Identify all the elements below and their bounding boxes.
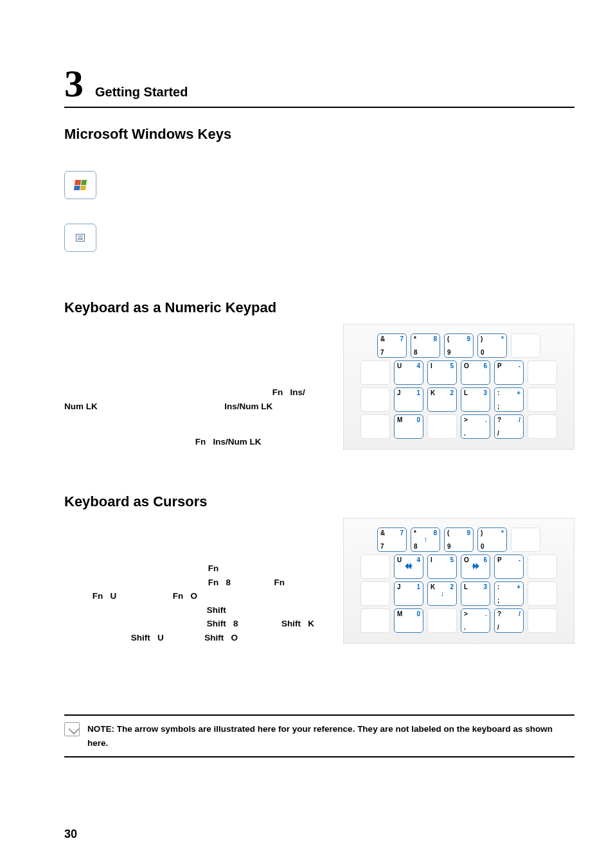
cur-shiftka: Shift bbox=[281, 619, 301, 628]
note-icon bbox=[64, 722, 80, 736]
cur-shiftua: Shift bbox=[131, 633, 150, 642]
chapter-header: 3 Getting Started bbox=[64, 64, 574, 103]
page-number: 30 bbox=[64, 828, 77, 841]
keypad-key-ghost bbox=[511, 333, 540, 358]
keypad-key: :+; bbox=[494, 387, 524, 412]
menu-key-row bbox=[64, 220, 574, 256]
keypad-key: *88 bbox=[411, 333, 440, 358]
arrow-icon: ↑ bbox=[423, 536, 427, 544]
keypad-key: P- bbox=[494, 554, 524, 579]
keypad-key: &77 bbox=[377, 333, 407, 358]
cursors-diagram: &77*88↑(99)*0U4⯬I5O6⯮P-J1K2↓L3:+;M0>..?/… bbox=[343, 518, 574, 644]
keypad-key-ghost bbox=[360, 554, 390, 579]
numkeypad-diagram: &77*88(99)*0U4I5O6P-J1K2L3:+;M0>..?// bbox=[343, 324, 574, 450]
keypad-key-ghost bbox=[360, 387, 390, 412]
cur-shiftoa: Shift bbox=[204, 633, 224, 642]
keypad-row: U4I5O6P- bbox=[349, 360, 569, 385]
kbd-token-numlk: Num LK bbox=[64, 402, 98, 411]
kbd-token-insnumlk2: Ins/Num LK bbox=[213, 437, 262, 447]
keypad-key-ghost bbox=[528, 581, 557, 606]
cur-shiftkb: K bbox=[308, 619, 314, 628]
menu-key-desc bbox=[111, 236, 574, 240]
numkeypad-paragraph: Fn Ins/ Num LK Ins/Num LK Fn Ins/Num LK bbox=[64, 328, 334, 449]
kbd-token-ins: Ins/ bbox=[290, 387, 305, 397]
cur-fnu-a: Fn bbox=[93, 591, 103, 601]
cur-fn: Fn bbox=[208, 563, 219, 573]
keypad-key: *88↑ bbox=[411, 527, 440, 552]
keypad-key-ghost bbox=[427, 414, 457, 439]
keypad-key: I5 bbox=[427, 554, 457, 579]
arrow-icon: ⯮ bbox=[472, 563, 479, 571]
numkeypad-block: &77*88(99)*0U4I5O6P-J1K2L3:+;M0>..?// Fn… bbox=[64, 328, 574, 475]
keypad-key: (99 bbox=[444, 333, 474, 358]
keypad-key: (99 bbox=[444, 527, 474, 552]
note-text: NOTE: The arrow symbols are illustrated … bbox=[87, 722, 574, 750]
cur-shift8a: Shift bbox=[207, 619, 226, 628]
keypad-key-ghost bbox=[528, 360, 557, 385]
keypad-row: M0>..?// bbox=[349, 608, 569, 633]
arrow-icon: ⯬ bbox=[405, 563, 413, 571]
keypad-key: ?// bbox=[494, 414, 524, 439]
keypad-key: >.. bbox=[461, 608, 490, 633]
keypad-key: ?// bbox=[494, 608, 524, 633]
note-box: NOTE: The arrow symbols are illustrated … bbox=[64, 714, 574, 757]
windows-key-row bbox=[64, 167, 574, 203]
keypad-key: &77 bbox=[377, 527, 407, 552]
keypad-key-ghost bbox=[528, 414, 557, 439]
context-menu-icon bbox=[76, 234, 85, 242]
keypad-key: )*0 bbox=[477, 527, 507, 552]
section-heading-numkeypad: Keyboard as a Numeric Keypad bbox=[64, 299, 574, 316]
keypad-key: J1 bbox=[394, 581, 423, 606]
kbd-token-fn2: Fn bbox=[195, 437, 206, 447]
cursors-paragraph: Fn Fn 8 Fn Fn U Fn O Shift Shift 8 Shift… bbox=[64, 522, 334, 645]
cur-fn8b: 8 bbox=[226, 578, 231, 587]
keypad-key-ghost bbox=[360, 608, 390, 633]
keypad-key: L3 bbox=[461, 581, 490, 606]
keypad-key: M0 bbox=[394, 608, 423, 633]
keypad-key: )*0 bbox=[477, 333, 507, 358]
keypad-key: O6 bbox=[461, 360, 490, 385]
keypad-key: M0 bbox=[394, 414, 423, 439]
keypad-row: &77*88(99)*0 bbox=[349, 333, 569, 358]
keypad-key: I5 bbox=[427, 360, 457, 385]
keypad-key-ghost bbox=[360, 360, 390, 385]
kbd-token-fn: Fn bbox=[272, 387, 283, 397]
windows-logo-key-icon bbox=[64, 171, 96, 199]
windows-key-desc bbox=[111, 183, 574, 187]
chapter-number: 3 bbox=[64, 64, 84, 103]
kbd-token-insnumlk: Ins/Num LK bbox=[224, 402, 272, 411]
keypad-key-ghost bbox=[360, 414, 390, 439]
section-heading-winkeys: Microsoft Windows Keys bbox=[64, 126, 574, 143]
keypad-key: U4⯬ bbox=[394, 554, 423, 579]
keypad-key-ghost bbox=[528, 554, 557, 579]
arrow-icon: ↓ bbox=[440, 590, 444, 598]
chapter-divider bbox=[64, 107, 574, 108]
keypad-row: J1K2↓L3:+; bbox=[349, 581, 569, 606]
cur-fno-a: Fn bbox=[173, 591, 184, 601]
keypad-key: U4 bbox=[394, 360, 423, 385]
keypad-key-ghost bbox=[528, 608, 557, 633]
keypad-key-ghost bbox=[360, 581, 390, 606]
keypad-key: >.. bbox=[461, 414, 490, 439]
keypad-key-ghost bbox=[528, 387, 557, 412]
windows-flag-icon bbox=[74, 180, 87, 190]
menu-key-icon bbox=[64, 224, 96, 252]
keypad-key: P- bbox=[494, 360, 524, 385]
keypad-key: O6⯮ bbox=[461, 554, 490, 579]
cur-shiftub: U bbox=[157, 633, 164, 642]
keypad-key: K2↓ bbox=[427, 581, 457, 606]
windows-logo-key-inner bbox=[75, 180, 86, 190]
keypad-row: U4⯬I5O6⯮P- bbox=[349, 554, 569, 579]
keypad-key: K2 bbox=[427, 387, 457, 412]
chapter-title: Getting Started bbox=[95, 85, 188, 100]
cur-fn8c: Fn bbox=[274, 578, 285, 587]
keypad-key: J1 bbox=[394, 387, 423, 412]
cur-fnu-b: U bbox=[111, 591, 117, 601]
menu-key-inner bbox=[76, 234, 85, 242]
section-heading-cursors: Keyboard as Cursors bbox=[64, 493, 574, 510]
keypad-row: J1K2L3:+; bbox=[349, 387, 569, 412]
cur-fno-b: O bbox=[191, 591, 198, 601]
cur-shiftob: O bbox=[231, 633, 238, 642]
keypad-row: M0>..?// bbox=[349, 414, 569, 439]
cur-shift8b: 8 bbox=[233, 619, 238, 628]
